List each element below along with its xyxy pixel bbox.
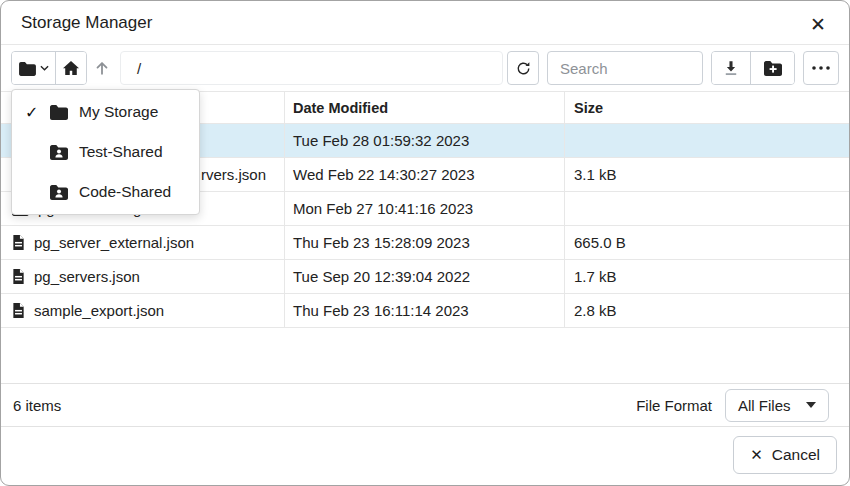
- file-name: pg_server_external.json: [34, 234, 194, 251]
- menu-item-label: Code-Shared: [79, 183, 171, 201]
- date-modified-cell: Thu Feb 23 16:11:14 2023: [284, 294, 564, 327]
- size-cell: 1.7 kB: [564, 260, 849, 293]
- menu-item-code-shared[interactable]: Code-Shared: [12, 172, 199, 212]
- folder-icon: [18, 61, 37, 76]
- items-count: 6 items: [13, 397, 61, 414]
- date-modified-cell: Wed Feb 22 14:30:27 2023: [284, 158, 564, 191]
- shared-folder-icon: [49, 184, 71, 200]
- menu-item-my-storage[interactable]: ✓ My Storage: [12, 92, 199, 132]
- nav-button-group: [11, 51, 87, 85]
- more-options-button[interactable]: [803, 51, 839, 85]
- file-name: sample_export.json: [34, 302, 164, 319]
- date-modified-cell: Thu Feb 23 15:28:09 2023: [284, 226, 564, 259]
- search-input[interactable]: [547, 51, 703, 85]
- dialog-titlebar: Storage Manager ✕: [1, 1, 849, 45]
- storage-manager-dialog: Storage Manager ✕: [0, 0, 850, 486]
- date-modified-cell: Mon Feb 27 10:41:16 2023: [284, 192, 564, 225]
- file-name-cell: pg_server_external.json: [1, 226, 284, 259]
- new-folder-button[interactable]: [750, 52, 794, 84]
- menu-item-label: Test-Shared: [79, 143, 163, 161]
- chevron-down-icon: [40, 65, 49, 71]
- file-format-select[interactable]: All Files: [725, 389, 829, 422]
- home-icon: [62, 60, 80, 76]
- more-icon: [811, 65, 831, 71]
- download-icon: [722, 59, 740, 77]
- file-name: pg_servers.json: [34, 268, 140, 285]
- size-cell: 665.0 B: [564, 226, 849, 259]
- new-folder-icon: [763, 60, 783, 76]
- table-row[interactable]: sample_export.json Thu Feb 23 16:11:14 2…: [1, 294, 849, 328]
- check-icon: ✓: [25, 103, 49, 122]
- file-icon: [11, 268, 26, 285]
- file-ops-group: [711, 51, 795, 85]
- shared-folder-icon: [49, 144, 71, 160]
- size-cell: [564, 124, 849, 157]
- date-modified-cell: Tue Feb 28 01:59:32 2023: [284, 124, 564, 157]
- size-cell: [564, 192, 849, 225]
- close-icon[interactable]: ✕: [805, 11, 831, 37]
- caret-down-icon: [806, 402, 816, 408]
- column-header-size[interactable]: Size: [564, 92, 849, 123]
- download-button[interactable]: [712, 52, 750, 84]
- size-cell: 3.1 kB: [564, 158, 849, 191]
- arrow-up-icon: [93, 59, 111, 77]
- breadcrumb[interactable]: /: [120, 51, 503, 85]
- file-icon: [11, 234, 26, 251]
- storage-dropdown-button[interactable]: [12, 52, 55, 84]
- breadcrumb-path: /: [137, 60, 141, 77]
- table-row[interactable]: pg_server_external.json Thu Feb 23 15:28…: [1, 226, 849, 260]
- x-icon: ✕: [750, 446, 763, 464]
- cancel-button[interactable]: ✕ Cancel: [733, 436, 837, 474]
- menu-item-test-shared[interactable]: Test-Shared: [12, 132, 199, 172]
- cancel-button-label: Cancel: [772, 446, 820, 464]
- file-name-cell: pg_servers.json: [1, 260, 284, 293]
- column-header-date-modified[interactable]: Date Modified: [284, 92, 564, 123]
- file-name: rvers.json: [201, 166, 266, 183]
- refresh-icon: [515, 60, 532, 77]
- menu-item-label: My Storage: [79, 103, 158, 121]
- home-button[interactable]: [55, 52, 86, 84]
- file-name-cell: sample_export.json: [1, 294, 284, 327]
- up-directory-button[interactable]: [87, 51, 117, 85]
- folder-icon: [49, 104, 71, 120]
- table-row[interactable]: pg_servers.json Tue Sep 20 12:39:04 2022…: [1, 260, 849, 294]
- size-cell: 2.8 kB: [564, 294, 849, 327]
- storage-select-menu: ✓ My Storage Test-Shared Code-Shared: [11, 89, 200, 215]
- date-modified-cell: Tue Sep 20 12:39:04 2022: [284, 260, 564, 293]
- status-bar: 6 items File Format All Files: [1, 383, 849, 427]
- refresh-button[interactable]: [507, 51, 539, 85]
- file-icon: [11, 302, 26, 319]
- dialog-title: Storage Manager: [21, 13, 152, 33]
- file-format-value: All Files: [738, 397, 791, 414]
- file-format-label: File Format: [636, 397, 712, 414]
- toolbar: /: [1, 45, 849, 91]
- dialog-footer: ✕ Cancel: [1, 425, 849, 485]
